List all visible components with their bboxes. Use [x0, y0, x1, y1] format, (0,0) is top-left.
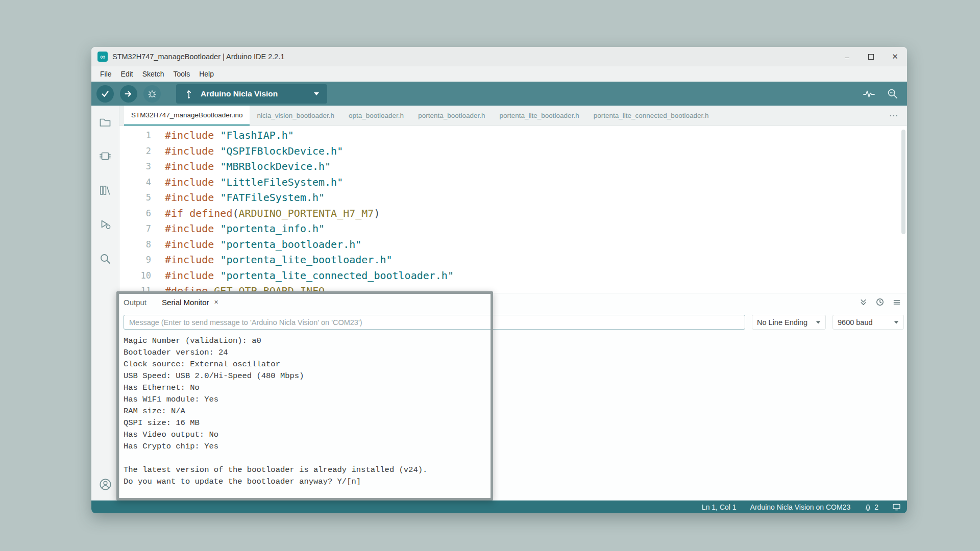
editor-tab[interactable]: portenta_lite_connected_bootloader.h	[586, 106, 716, 126]
editor-scrollbar[interactable]	[901, 130, 905, 234]
baud-rate-value: 9600 baud	[838, 318, 873, 327]
menu-item-edit[interactable]: Edit	[116, 68, 138, 80]
line-number: 1	[119, 128, 156, 143]
window-title: STM32H747_manageBootloader | Arduino IDE…	[112, 53, 284, 61]
menu-item-sketch[interactable]: Sketch	[138, 68, 169, 80]
status-bar-right: Ln 1, Col 1 Arduino Nicla Vision on COM2…	[702, 503, 901, 511]
line-number: 4	[119, 174, 156, 190]
maximize-icon	[868, 54, 874, 60]
serial-output-line: Has Crypto chip: Yes	[124, 441, 903, 453]
serial-output-line: Do you want to update the bootloader any…	[124, 476, 903, 488]
sidebar-item-library-manager[interactable]	[99, 183, 112, 197]
code-line: 1#include "FlashIAP.h"	[119, 128, 907, 143]
baud-rate-dropdown[interactable]: 9600 baud	[832, 315, 904, 330]
menu-item-file[interactable]: File	[95, 68, 116, 80]
account-button[interactable]	[99, 478, 112, 491]
serial-output-line: Has Ethernet: No	[124, 382, 903, 394]
arduino-logo-icon: ∞	[97, 52, 108, 62]
board-monitor-button[interactable]	[892, 503, 901, 511]
status-bar: Ln 1, Col 1 Arduino Nicla Vision on COM2…	[91, 500, 907, 513]
bug-icon	[148, 89, 157, 98]
books-icon	[99, 184, 112, 197]
waveform-icon	[863, 89, 875, 98]
code-text: #include "QSPIFBlockDevice.h"	[156, 143, 343, 159]
editor-tab[interactable]: portenta_lite_bootloader.h	[493, 106, 586, 126]
code-line: 8#include "portenta_bootloader.h"	[119, 237, 907, 253]
selected-board-label: Arduino Nicla Vision	[201, 89, 278, 98]
editor-tab[interactable]: opta_bootloader.h	[341, 106, 411, 126]
code-text: #include "portenta_lite_bootloader.h"	[156, 252, 393, 268]
serial-output-line: QSPI size: 16 MB	[124, 417, 903, 429]
panel-actions	[860, 298, 901, 306]
maximize-button[interactable]	[859, 47, 883, 66]
sidebar-item-debug[interactable]	[99, 217, 112, 231]
minimize-button[interactable]: –	[835, 47, 859, 66]
line-number: 11	[119, 283, 156, 293]
tab-overflow-button[interactable]: ⋯	[880, 106, 907, 126]
serial-output[interactable]: Magic Number (validation): a0Bootloader …	[119, 330, 907, 500]
upload-button[interactable]	[120, 85, 137, 103]
line-ending-dropdown[interactable]: No Line Ending	[752, 315, 826, 330]
list-icon	[893, 298, 901, 306]
debug-button[interactable]	[143, 85, 161, 103]
code-editor[interactable]: 1#include "FlashIAP.h"2#include "QSPIFBl…	[119, 126, 907, 293]
sidebar-item-sketchbook[interactable]	[99, 115, 112, 129]
code-text: #include "portenta_info.h"	[156, 221, 325, 237]
code-text: #include "LittleFileSystem.h"	[156, 174, 343, 190]
line-number: 6	[119, 206, 156, 221]
editor-tab[interactable]: STM32H747_manageBootloader.ino	[124, 106, 250, 126]
line-ending-value: No Line Ending	[757, 318, 807, 327]
activity-sidebar	[91, 106, 119, 500]
code-text: #include "portenta_bootloader.h"	[156, 237, 361, 253]
serial-monitor-button[interactable]	[887, 88, 898, 99]
panel-header: Output Serial Monitor ×	[119, 293, 907, 311]
board-port-status[interactable]: Arduino Nicla Vision on COM23	[750, 503, 851, 511]
code-text: #include "portenta_lite_connected_bootlo…	[156, 268, 454, 284]
serial-output-line: Magic Number (validation): a0	[124, 335, 903, 347]
serial-message-input[interactable]	[124, 315, 745, 330]
serial-output-line: Clock source: External oscillator	[124, 359, 903, 370]
chevron-down-icon	[816, 321, 821, 323]
line-number: 3	[119, 159, 156, 174]
close-button[interactable]: ✕	[883, 47, 907, 66]
close-serial-monitor-icon[interactable]: ×	[214, 298, 218, 306]
chevron-down-icon	[314, 92, 319, 95]
notification-count: 2	[874, 503, 878, 511]
editor-column: STM32H747_manageBootloader.inonicla_visi…	[119, 106, 907, 500]
serial-plotter-button[interactable]	[863, 89, 875, 98]
editor-tab[interactable]: nicla_vision_bootloader.h	[250, 106, 341, 126]
verify-button[interactable]	[96, 85, 114, 103]
code-line: 6#if defined(ARDUINO_PORTENTA_H7_M7)	[119, 206, 907, 221]
notifications-button[interactable]: 2	[864, 503, 878, 511]
code-line: 11#define GET_OTP_BOARD_INFO	[119, 283, 907, 293]
tab-serial-monitor[interactable]: Serial Monitor ×	[153, 298, 225, 307]
sidebar-item-search[interactable]	[99, 252, 112, 265]
collapse-panel-button[interactable]	[860, 298, 867, 306]
board-selector-dropdown[interactable]: Arduino Nicla Vision	[176, 84, 327, 104]
timestamp-toggle-button[interactable]	[876, 298, 884, 306]
code-line: 2#include "QSPIFBlockDevice.h"	[119, 143, 907, 159]
code-line: 10#include "portenta_lite_connected_boot…	[119, 268, 907, 284]
tab-output[interactable]: Output	[124, 298, 153, 307]
bell-icon	[864, 503, 872, 511]
code-line: 9#include "portenta_lite_bootloader.h"	[119, 252, 907, 268]
cursor-position[interactable]: Ln 1, Col 1	[702, 503, 737, 511]
line-number: 10	[119, 268, 156, 284]
menu-item-tools[interactable]: Tools	[169, 68, 195, 80]
toolbar-right	[863, 88, 901, 99]
person-icon	[99, 478, 112, 491]
panel-menu-button[interactable]	[893, 298, 901, 306]
serial-output-line: The latest version of the bootloader is …	[124, 464, 903, 476]
window-controls: – ✕	[835, 47, 907, 66]
menu-bar: FileEditSketchToolsHelp	[91, 66, 907, 82]
toolbar: Arduino Nicla Vision	[91, 82, 907, 106]
chevron-down-icon	[894, 321, 899, 323]
code-line: 7#include "portenta_info.h"	[119, 221, 907, 237]
double-chevron-down-icon	[860, 298, 867, 306]
sidebar-item-boards-manager[interactable]	[99, 149, 112, 163]
serial-output-line: RAM size: N/A	[124, 406, 903, 417]
menu-item-help[interactable]: Help	[194, 68, 218, 80]
magnifier-icon	[887, 88, 898, 99]
serial-monitor-label: Serial Monitor	[162, 298, 209, 307]
editor-tab[interactable]: portenta_bootloader.h	[411, 106, 492, 126]
